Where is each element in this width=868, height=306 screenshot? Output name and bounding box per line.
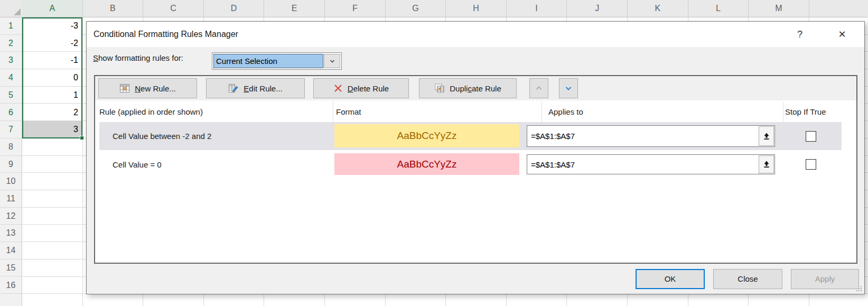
edit-rule-label: Edit Rule... bbox=[244, 84, 282, 93]
collapse-arrow-icon bbox=[762, 132, 771, 141]
row-header-9[interactable]: 9 bbox=[0, 156, 22, 173]
edit-rule-pencil-icon bbox=[228, 83, 239, 94]
delete-rule-button[interactable]: Delete Rule bbox=[313, 78, 409, 98]
row-header-13[interactable]: 13 bbox=[0, 225, 22, 242]
show-rules-for-combobox[interactable]: Current Selection bbox=[212, 52, 342, 70]
column-header-G[interactable]: G bbox=[386, 0, 446, 17]
duplicate-rule-label: Duplicate Rule bbox=[450, 84, 501, 93]
show-formatting-rules-label: Show formatting rules for: bbox=[93, 53, 183, 62]
cell-A1[interactable]: -3 bbox=[22, 17, 82, 35]
rule-row[interactable]: Cell Value = 0AaBbCcYyZz bbox=[99, 151, 842, 178]
column-header-B[interactable]: B bbox=[83, 0, 144, 17]
cell-A3[interactable]: -1 bbox=[22, 52, 82, 69]
dialog-titlebar: Conditional Formatting Rules Manager ? ✕ bbox=[87, 22, 864, 47]
rules-list-frame: New Rule... Edit Rule... Delete R bbox=[94, 75, 857, 264]
cell-A2[interactable]: -2 bbox=[22, 35, 82, 52]
row-header-3[interactable]: 3 bbox=[0, 52, 22, 69]
collapse-dialog-button[interactable] bbox=[759, 126, 774, 146]
rules-list-header: Rule (applied in order shown) Format App… bbox=[95, 100, 856, 123]
rules-toolbar: New Rule... Edit Rule... Delete R bbox=[95, 76, 856, 100]
combobox-selected-value[interactable]: Current Selection bbox=[213, 54, 323, 68]
dialog-title: Conditional Formatting Rules Manager bbox=[94, 22, 238, 47]
column-header-format: Format bbox=[336, 100, 361, 123]
column-header-E[interactable]: E bbox=[264, 0, 325, 17]
row-header-10[interactable]: 10 bbox=[0, 173, 22, 190]
rule-description: Cell Value between -2 and 2 bbox=[113, 122, 211, 150]
fill-handle[interactable] bbox=[80, 136, 84, 140]
delete-x-icon bbox=[333, 84, 343, 93]
row-header-7[interactable]: 7 bbox=[0, 121, 22, 138]
conditional-formatting-rules-manager-dialog: Conditional Formatting Rules Manager ? ✕… bbox=[86, 21, 865, 294]
edit-rule-button[interactable]: Edit Rule... bbox=[206, 78, 305, 98]
row-header-5[interactable]: 5 bbox=[0, 87, 22, 104]
select-all-triangle-icon bbox=[14, 8, 21, 15]
excel-window: ABCDEFGHIJKLM 12345678910111213141516 -3… bbox=[0, 0, 868, 306]
row-header-15[interactable]: 15 bbox=[0, 259, 22, 277]
help-button[interactable]: ? bbox=[784, 22, 816, 47]
resize-grip-icon[interactable] bbox=[855, 285, 862, 292]
chevron-down-icon bbox=[329, 58, 336, 65]
column-header-K[interactable]: K bbox=[628, 0, 688, 17]
row-header-6[interactable]: 6 bbox=[0, 104, 22, 122]
column-header-L[interactable]: L bbox=[688, 0, 749, 17]
move-rule-up-button[interactable] bbox=[529, 78, 548, 98]
combobox-dropdown-button[interactable] bbox=[324, 54, 340, 68]
cell-A6[interactable]: 2 bbox=[22, 104, 82, 122]
select-all-corner[interactable] bbox=[0, 0, 23, 17]
cell-A7[interactable]: 3 bbox=[22, 121, 82, 138]
stop-if-true-checkbox[interactable] bbox=[806, 159, 816, 170]
move-rule-down-button[interactable] bbox=[559, 78, 578, 98]
column-header-D[interactable]: D bbox=[204, 0, 265, 17]
column-header-F[interactable]: F bbox=[325, 0, 386, 17]
column-header-H[interactable]: H bbox=[446, 0, 507, 17]
delete-rule-label: Delete Rule bbox=[348, 84, 389, 93]
format-preview: AaBbCcYyZz bbox=[334, 153, 519, 175]
applies-to-input[interactable] bbox=[527, 126, 758, 146]
collapse-arrow-icon bbox=[762, 160, 771, 169]
new-rule-button[interactable]: New Rule... bbox=[98, 78, 197, 98]
cell-A5[interactable]: 1 bbox=[22, 87, 82, 104]
new-rule-label: New Rule... bbox=[135, 84, 176, 93]
row-header-12[interactable]: 12 bbox=[0, 208, 22, 225]
column-header-J[interactable]: J bbox=[567, 0, 628, 17]
cell-A4[interactable]: 0 bbox=[22, 69, 82, 87]
row-header-14[interactable]: 14 bbox=[0, 242, 22, 259]
column-header-rule: Rule (applied in order shown) bbox=[99, 100, 203, 123]
duplicate-rule-icon bbox=[434, 83, 445, 94]
column-header-M[interactable]: M bbox=[749, 0, 809, 17]
row-header-1[interactable]: 1 bbox=[0, 17, 22, 35]
new-rule-table-icon bbox=[119, 83, 130, 94]
chevron-up-icon bbox=[535, 84, 543, 92]
format-preview: AaBbCcYyZz bbox=[334, 124, 519, 147]
column-header-applies: Applies to bbox=[548, 100, 583, 123]
ok-button[interactable]: OK bbox=[636, 269, 705, 289]
rule-row[interactable]: Cell Value between -2 and 2AaBbCcYyZz bbox=[99, 122, 842, 150]
row-header-4[interactable]: 4 bbox=[0, 69, 22, 87]
header-separator bbox=[783, 102, 783, 122]
applies-to-input[interactable] bbox=[527, 155, 758, 174]
column-header-stop: Stop If True bbox=[785, 100, 826, 123]
column-header-C[interactable]: C bbox=[143, 0, 204, 17]
close-dialog-button[interactable]: ✕ bbox=[826, 22, 858, 47]
chevron-down-icon bbox=[564, 84, 573, 92]
rule-description: Cell Value = 0 bbox=[113, 151, 162, 178]
header-separator bbox=[542, 102, 542, 122]
column-header-A[interactable]: A bbox=[22, 0, 83, 17]
row-header-2[interactable]: 2 bbox=[0, 35, 22, 52]
duplicate-rule-button[interactable]: Duplicate Rule bbox=[419, 78, 517, 98]
collapse-dialog-button[interactable] bbox=[759, 155, 774, 173]
applies-to-field bbox=[527, 125, 775, 147]
stop-if-true-checkbox[interactable] bbox=[806, 131, 816, 142]
column-header-I[interactable]: I bbox=[507, 0, 567, 17]
applies-to-field bbox=[527, 154, 775, 174]
row-header-11[interactable]: 11 bbox=[0, 190, 22, 208]
row-header-8[interactable]: 8 bbox=[0, 138, 22, 156]
apply-button[interactable]: Apply bbox=[791, 269, 859, 289]
row-header-16[interactable]: 16 bbox=[0, 277, 22, 294]
header-separator bbox=[333, 102, 333, 122]
close-button[interactable]: Close bbox=[713, 269, 782, 289]
